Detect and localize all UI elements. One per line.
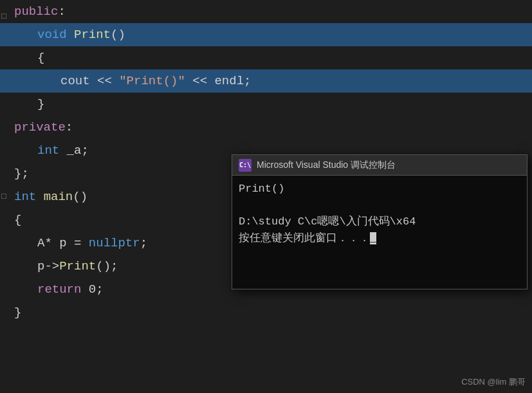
console-output-2 — [239, 197, 520, 214]
code-line-14: } — [0, 301, 532, 324]
kw-public: public — [14, 0, 58, 23]
string-print: "Print()" — [119, 69, 185, 93]
kw-int-a: int — [37, 139, 59, 162]
fn-print: Print — [74, 23, 111, 46]
fn-main: main — [44, 185, 73, 208]
code-line-2: void Print() — [0, 23, 532, 46]
console-app-icon: C:\ — [239, 159, 252, 172]
code-line-5: } — [0, 93, 532, 116]
code-line-4: cout << "Print()" << endl; — [0, 69, 532, 93]
watermark: CSDN @lim 鹏哥 — [461, 376, 526, 388]
code-line-1: □ public: — [0, 0, 532, 23]
console-body: Print() D:\study C\c嗯嗯\入门代码\x64 按任意键关闭此窗… — [232, 176, 527, 289]
console-output-1: Print() — [239, 181, 520, 197]
code-line-3: { — [0, 46, 532, 69]
console-window: C:\ Microsoft Visual Studio 调试控制台 Print(… — [232, 154, 527, 289]
console-output-3: D:\study C\c嗯嗯\入门代码\x64 — [239, 214, 520, 230]
console-title: Microsoft Visual Studio 调试控制台 — [257, 160, 396, 171]
kw-int-main: int — [14, 185, 36, 208]
console-titlebar: C:\ Microsoft Visual Studio 调试控制台 — [232, 155, 527, 176]
kw-void: void — [37, 23, 67, 46]
code-editor: □ public: void Print() { cout << "Print(… — [0, 0, 532, 393]
console-output-4: 按任意键关闭此窗口．．．_ — [239, 230, 520, 247]
kw-private: private — [14, 116, 66, 139]
kw-return: return — [37, 278, 81, 301]
fn-print-call: Print — [59, 255, 96, 278]
kw-nullptr: nullptr — [89, 232, 140, 255]
code-line-6: private: — [0, 116, 532, 139]
